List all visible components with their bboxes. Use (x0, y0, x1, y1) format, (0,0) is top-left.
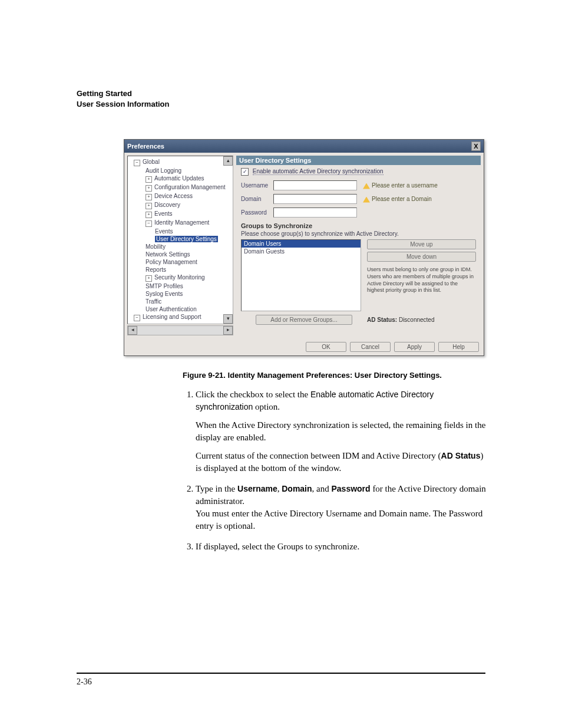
cancel-button[interactable]: Cancel (350, 342, 391, 352)
username-label: Username (241, 182, 273, 189)
tree-node-global[interactable]: −Global (129, 158, 232, 167)
help-button[interactable]: Help (438, 342, 479, 352)
add-remove-wrap: Add or Remove Groups... (241, 315, 367, 325)
domain-label: Domain (241, 196, 273, 202)
dialog-titlebar[interactable]: Preferences X (124, 140, 484, 153)
page-number: 2-36 (77, 677, 92, 686)
ad-status-value: Disconnected (399, 317, 435, 323)
section-title: User Directory Settings (236, 156, 481, 165)
scroll-right-icon[interactable]: ▸ (223, 326, 233, 335)
password-label: Password (241, 209, 273, 216)
domain-input[interactable] (273, 194, 357, 204)
password-row: Password (241, 207, 476, 218)
tree-node[interactable]: Syslog Events (129, 290, 232, 298)
checkbox-icon[interactable]: ✓ (241, 168, 249, 176)
header-line1: Getting Started (77, 88, 485, 99)
username-warning: Please enter a username (363, 182, 438, 189)
list-item[interactable]: Domain Users (242, 240, 361, 248)
tree-node[interactable]: Audit Logging (129, 167, 232, 174)
username-input[interactable] (273, 180, 357, 190)
tree-node[interactable]: +Configuration Management (129, 183, 232, 192)
ad-status-label: AD Status: (367, 317, 397, 323)
dialog-title: Preferences (127, 143, 164, 150)
step-2: Type in the Username, Domain, and Passwo… (196, 483, 489, 532)
move-down-button[interactable]: Move down (367, 252, 476, 262)
scroll-down-icon[interactable]: ▾ (223, 314, 233, 324)
scroll-left-icon[interactable]: ◂ (128, 326, 137, 335)
tree-node[interactable]: Reports (129, 266, 232, 274)
tree-node[interactable]: Policy Management (129, 258, 232, 266)
tree-node-user-directory[interactable]: User Directory Settings (129, 235, 232, 243)
warning-icon (363, 197, 370, 203)
tree-node[interactable]: +Discovery (129, 201, 232, 210)
dialog-buttons: OK Cancel Apply Help (124, 338, 484, 355)
add-remove-groups-button[interactable]: Add or Remove Groups... (256, 315, 352, 325)
groups-subtitle: Please choose group(s) to synchronize wi… (241, 230, 476, 237)
username-row: Username Please enter a username (241, 180, 476, 190)
tree-node[interactable]: Network Settings (129, 251, 232, 258)
settings-panel: User Directory Settings ✓ Enable automat… (236, 156, 481, 335)
tree-node[interactable]: +Device Access (129, 192, 232, 201)
domain-row: Domain Please enter a Domain (241, 194, 476, 204)
step-3: If displayed, select the Groups to synch… (196, 541, 489, 553)
ok-button[interactable]: OK (306, 342, 346, 352)
warning-icon (363, 183, 370, 189)
tree-node[interactable]: +Events (129, 210, 232, 219)
ad-status: AD Status: Disconnected (367, 317, 476, 323)
tree-node[interactable]: User Authentication (129, 305, 232, 313)
groups-listbox[interactable]: Domain Users Domain Guests (241, 239, 361, 311)
page-footer: 2-36 (77, 673, 485, 687)
groups-title: Groups to Synchronize (241, 222, 476, 229)
domain-warning: Please enter a Domain (363, 196, 432, 202)
preferences-dialog: Preferences X ▴ −Global Audit Logging +A… (124, 139, 484, 356)
groups-row: Domain Users Domain Guests Move up Move … (241, 239, 476, 311)
scroll-up-icon[interactable]: ▴ (223, 156, 233, 166)
dialog-body: ▴ −Global Audit Logging +Automatic Updat… (124, 153, 484, 338)
tree-node-identity[interactable]: −Identity Management (129, 219, 232, 228)
tree-node[interactable]: Events (129, 228, 232, 235)
form-area: ✓ Enable automatic Active Directory sync… (236, 165, 481, 330)
tree-panel: ▴ −Global Audit Logging +Automatic Updat… (127, 156, 233, 335)
header-line2: User Session Information (77, 99, 485, 110)
tree-hscrollbar[interactable]: ◂ ▸ (127, 325, 233, 335)
apply-button[interactable]: Apply (394, 342, 435, 352)
page: Getting Started User Session Information… (0, 0, 562, 728)
password-input[interactable] (273, 207, 357, 218)
list-item[interactable]: Domain Guests (242, 248, 361, 255)
group-help-text: Users must belong to only one group in I… (367, 266, 476, 294)
enable-sync-row[interactable]: ✓ Enable automatic Active Directory sync… (241, 168, 476, 176)
group-buttons: Move up Move down Users must belong to o… (367, 239, 476, 311)
tree-node[interactable]: Mobility (129, 243, 232, 251)
bottom-row: Add or Remove Groups... AD Status: Disco… (241, 315, 476, 325)
close-icon[interactable]: X (471, 141, 481, 151)
tree-node-licensing[interactable]: −Licensing and Support (129, 313, 232, 322)
tree-node[interactable]: SMTP Profiles (129, 282, 232, 290)
move-up-button[interactable]: Move up (367, 239, 476, 249)
page-header: Getting Started User Session Information (77, 88, 485, 110)
enable-sync-label: Enable automatic Active Directory synchr… (253, 168, 384, 175)
tree-node[interactable]: +Automatic Updates (129, 174, 232, 183)
tree-node[interactable]: Traffic (129, 298, 232, 305)
nav-tree[interactable]: ▴ −Global Audit Logging +Automatic Updat… (127, 156, 233, 324)
step-1: Click the checkbox to select the Enable … (196, 388, 489, 475)
tree-node[interactable]: +Security Monitoring (129, 274, 232, 282)
instruction-steps: Click the checkbox to select the Enable … (183, 388, 489, 553)
figure-caption: Figure 9-21. Identity Management Prefere… (183, 371, 485, 380)
